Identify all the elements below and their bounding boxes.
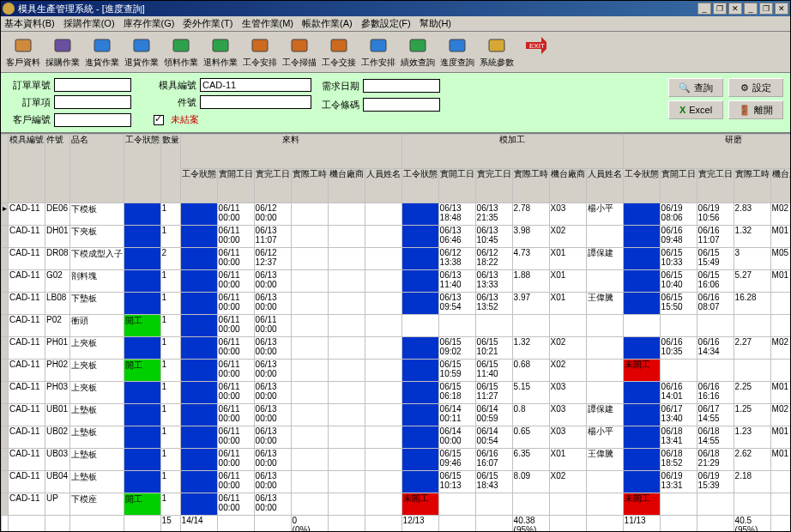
menubar: 基本資料(B)採購作業(O)庫存作業(G)委外作業(T)生管作業(M)帳款作業(…: [1, 16, 790, 32]
toolbar-icon: [289, 35, 310, 56]
toolbar-button[interactable]: 工令安排: [241, 33, 279, 71]
toolbar-exit-button[interactable]: EXIT: [517, 33, 555, 71]
label-customer-no: 客戶編號: [8, 113, 51, 126]
window-title: 模具生產管理系統 - [進度查詢]: [18, 3, 696, 15]
svg-rect-12: [489, 39, 504, 51]
toolbar-button[interactable]: 工令掃描: [281, 33, 318, 71]
summary-row: 15 14/140(0%) 12/1340.38(95%) 11/1340.5(…: [2, 516, 791, 532]
toolbar-icon: [368, 35, 389, 56]
svg-rect-2: [94, 39, 110, 51]
svg-rect-6: [252, 39, 268, 51]
table-row[interactable]: ▸CAD-11DE06下模板完工1完工06/1100:0006/1200:00完…: [2, 203, 791, 226]
svg-rect-7: [292, 39, 307, 51]
svg-rect-1: [55, 39, 70, 51]
toolbar-button[interactable]: 系統參數: [478, 33, 516, 71]
table-row[interactable]: CAD-11LB08下墊板完工1完工06/1100:0006/1300:00完工…: [2, 293, 791, 315]
table-row[interactable]: CAD-11UP下模座開工1完工06/1100:0006/1300:00未開工未…: [2, 493, 791, 516]
table-row[interactable]: CAD-11P02衝頭開工1完工06/1100:0006/1100:00未開工: [2, 315, 791, 337]
close-button[interactable]: ✕: [728, 3, 742, 15]
toolbar-icon: [131, 35, 152, 56]
toolbar-button[interactable]: 工令交接: [320, 33, 358, 71]
label-order-no: 訂單單號: [8, 79, 51, 92]
menu-item[interactable]: 基本資料(B): [4, 17, 55, 30]
svg-rect-4: [173, 39, 189, 51]
menu-item[interactable]: 幫助(H): [420, 17, 451, 30]
menu-item[interactable]: 參數設定(F): [361, 17, 411, 30]
menu-item[interactable]: 採購作業(O): [63, 17, 115, 30]
table-row[interactable]: CAD-11DR08下模成型入子完工2完工06/1100:0006/1212:3…: [2, 248, 791, 270]
menu-item[interactable]: 帳款作業(A): [302, 17, 353, 30]
toolbar-icon: [447, 35, 468, 56]
input-customer-no[interactable]: [54, 113, 131, 127]
child-close-button[interactable]: ✕: [775, 3, 788, 15]
toolbar-button[interactable]: 工作安排: [359, 33, 397, 71]
toolbar-icon: [13, 35, 33, 56]
svg-text:EXIT: EXIT: [529, 42, 545, 50]
label-wo-barcode: 工令條碼: [317, 99, 359, 112]
input-wo-barcode[interactable]: [363, 98, 440, 112]
svg-rect-8: [331, 39, 347, 51]
toolbar-icon: [171, 35, 191, 56]
door-icon: 🚪: [739, 105, 751, 116]
input-req-date[interactable]: [363, 79, 440, 93]
input-mold-no[interactable]: [200, 78, 311, 92]
table-row[interactable]: CAD-11UB04上墊板完工1完工06/1100:0006/1300:00完工…: [2, 471, 791, 493]
table-row[interactable]: CAD-11PH02上夾板開工1完工06/1100:0006/1300:00完工…: [2, 360, 791, 382]
svg-rect-5: [213, 39, 228, 51]
table-row[interactable]: CAD-11G02剖料塊完工1完工06/1100:0006/1300:00完工0…: [2, 270, 791, 293]
svg-rect-3: [134, 39, 149, 51]
child-minimize-button[interactable]: _: [744, 3, 758, 15]
excel-button[interactable]: XExcel: [668, 100, 723, 119]
data-grid[interactable]: 模具編號件號品名工令狀態數量來料模加工研磨慢走絲加工令狀態實開工日實完工日實際工…: [1, 133, 790, 531]
svg-rect-11: [450, 39, 465, 51]
toolbar-icon: [329, 35, 349, 56]
query-button[interactable]: 🔍查詢: [668, 78, 723, 97]
table-row[interactable]: CAD-11UB03上墊板完工1完工06/1100:0006/1300:00完工…: [2, 449, 791, 471]
restore-button[interactable]: ❐: [713, 3, 727, 15]
toolbar-button[interactable]: 採購作業: [44, 33, 82, 71]
input-order-item[interactable]: [54, 95, 131, 109]
svg-rect-10: [410, 39, 426, 51]
toolbar-button[interactable]: 退貨作業: [123, 33, 160, 71]
toolbar-icon: [408, 35, 428, 56]
table-row[interactable]: CAD-11UB01上墊板完工1完工06/1100:0006/1300:00完工…: [2, 404, 791, 426]
exit-icon: EXIT: [526, 35, 546, 56]
label-part-no: 件號: [154, 96, 196, 109]
label-req-date: 需求日期: [317, 80, 359, 93]
toolbar-icon: [92, 35, 112, 56]
titlebar: 模具生產管理系統 - [進度查詢] _ ❐ ✕ _ ❐ ✕: [1, 1, 790, 16]
svg-rect-0: [15, 39, 31, 51]
table-row[interactable]: CAD-11DH01下夾板完工1完工06/1100:0006/1311:07完工…: [2, 226, 791, 248]
toolbar-icon: [52, 35, 73, 56]
label-open-only: 未結案: [171, 113, 199, 126]
toolbar-button[interactable]: 進貨作業: [83, 33, 121, 71]
toolbar-button[interactable]: 客戶資料: [4, 33, 42, 71]
input-part-no[interactable]: [200, 95, 311, 109]
checkbox-open-only[interactable]: [154, 115, 164, 125]
label-mold-no: 模具編號: [154, 79, 196, 92]
toolbar-icon: [486, 35, 507, 56]
table-row[interactable]: CAD-11UB02上墊板完工1完工06/1100:0006/1300:00完工…: [2, 426, 791, 449]
table-row[interactable]: CAD-11PH03上夾板完工1完工06/1100:0006/1300:00完工…: [2, 382, 791, 404]
input-order-no[interactable]: [54, 78, 131, 92]
toolbar-button[interactable]: 領料作業: [162, 33, 200, 71]
toolbar: 客戶資料採購作業進貨作業退貨作業領料作業退料作業工令安排工令掃描工令交接工作安排…: [1, 32, 790, 73]
menu-item[interactable]: 庫存作業(G): [124, 17, 175, 30]
menu-item[interactable]: 生管作業(M): [242, 17, 294, 30]
table-row[interactable]: CAD-11PH01上夾板完工1完工06/1100:0006/1300:00完工…: [2, 337, 791, 360]
svg-rect-9: [371, 39, 386, 51]
excel-icon: X: [679, 105, 685, 115]
child-restore-button[interactable]: ❐: [759, 3, 773, 15]
app-icon: [3, 3, 15, 15]
label-order-item: 訂單項: [8, 96, 51, 109]
toolbar-button[interactable]: 績效查詢: [399, 33, 437, 71]
minimize-button[interactable]: _: [697, 3, 711, 15]
gear-icon: ⚙: [740, 82, 749, 94]
filter-panel: 訂單單號 訂單項 客戶編號 模具編號 件號 未結案 需求日期 工令條碼 🔍查詢 …: [1, 73, 790, 133]
exit-button[interactable]: 🚪離開: [728, 100, 783, 119]
toolbar-icon: [210, 35, 231, 56]
menu-item[interactable]: 委外作業(T): [183, 17, 232, 30]
toolbar-button[interactable]: 退料作業: [202, 33, 239, 71]
settings-button[interactable]: ⚙設定: [728, 78, 783, 97]
toolbar-button[interactable]: 進度查詢: [438, 33, 476, 71]
